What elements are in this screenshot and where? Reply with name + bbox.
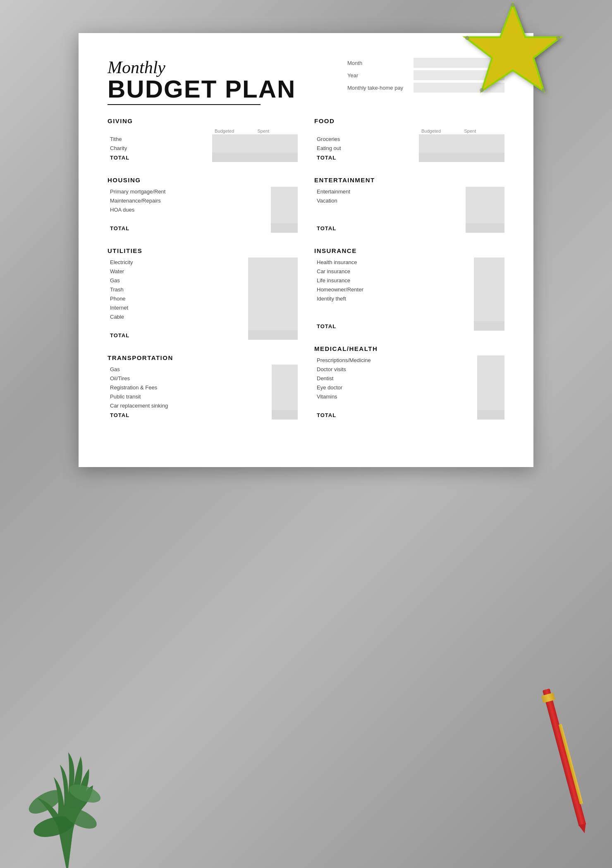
medical-total-budget[interactable] — [477, 410, 491, 420]
housing-total-budget[interactable] — [271, 223, 284, 233]
transport-public-budget[interactable] — [272, 392, 284, 401]
food-total-budget[interactable] — [419, 153, 462, 162]
giving-tithe-spent[interactable] — [255, 134, 298, 143]
utilities-trash-budget[interactable] — [248, 285, 273, 294]
entertainment-title: ENTERTAINMENT — [314, 176, 504, 184]
table-row: Tithe — [108, 134, 298, 143]
medical-prescriptions-budget[interactable] — [477, 355, 491, 365]
entertainment-total-spent[interactable] — [485, 223, 504, 233]
insurance-car-spent[interactable] — [489, 267, 504, 276]
utilities-empty-budget[interactable] — [248, 321, 273, 330]
food-eating-budget[interactable] — [419, 143, 462, 153]
utilities-phone-spent[interactable] — [273, 294, 298, 303]
utilities-cable-spent[interactable] — [273, 312, 298, 321]
housing-maintenance-budget[interactable] — [271, 196, 284, 205]
utilities-water-spent[interactable] — [273, 267, 298, 276]
utilities-water-budget[interactable] — [248, 267, 273, 276]
transport-reg-spent[interactable] — [285, 383, 298, 392]
star-decoration — [455, 0, 587, 116]
housing-mortgage-budget[interactable] — [271, 187, 284, 196]
table-row: Water — [108, 267, 298, 276]
utilities-internet-budget[interactable] — [248, 303, 273, 312]
table-row: Doctor visits — [314, 365, 504, 374]
transport-oil-budget[interactable] — [272, 374, 284, 383]
utilities-trash-spent[interactable] — [273, 285, 298, 294]
transport-gas-spent[interactable] — [285, 365, 298, 374]
month-label: Month — [347, 60, 414, 66]
entertainment-total-label: TOTAL — [314, 223, 466, 233]
utilities-gas-spent[interactable] — [273, 276, 298, 285]
giving-col-budget: Budgeted — [212, 128, 255, 134]
housing-hoa-spent[interactable] — [284, 205, 298, 214]
housing-maintenance-spent[interactable] — [284, 196, 298, 205]
insurance-life: Life insurance — [314, 276, 474, 285]
transport-oil-spent[interactable] — [285, 374, 298, 383]
transport-public-spent[interactable] — [285, 392, 298, 401]
utilities-total-spent[interactable] — [273, 330, 298, 340]
transport-gas-budget[interactable] — [272, 365, 284, 374]
insurance-total-spent[interactable] — [489, 321, 504, 331]
housing-empty-spent[interactable] — [284, 214, 298, 223]
section-utilities: UTILITIES Electricity Water — [108, 247, 298, 340]
transportation-total-label: TOTAL — [108, 410, 272, 420]
medical-dentist: Dentist — [314, 374, 477, 383]
utilities-cable-budget[interactable] — [248, 312, 273, 321]
housing-hoa-budget[interactable] — [271, 205, 284, 214]
giving-total-spent[interactable] — [255, 153, 298, 162]
housing-empty-budget[interactable] — [271, 214, 284, 223]
utilities-electricity-budget[interactable] — [248, 258, 273, 267]
utilities-empty-spent[interactable] — [273, 321, 298, 330]
medical-vitamins-spent[interactable] — [491, 392, 504, 401]
insurance-homeowner-budget[interactable] — [474, 285, 489, 294]
insurance-life-spent[interactable] — [489, 276, 504, 285]
entertainment-total-budget[interactable] — [466, 223, 485, 233]
transportation-total-spent[interactable] — [285, 410, 298, 420]
giving-charity-budget[interactable] — [212, 143, 255, 153]
medical-dentist-spent[interactable] — [491, 374, 504, 383]
entertainment-vacation-budget[interactable] — [466, 196, 485, 205]
giving-row-tithe: Tithe — [108, 134, 212, 143]
utilities-internet-spent[interactable] — [273, 303, 298, 312]
entertainment-item-budget[interactable] — [466, 187, 485, 196]
insurance-identity-spent[interactable] — [489, 294, 504, 303]
food-total-spent[interactable] — [462, 153, 505, 162]
medical-vitamins-budget[interactable] — [477, 392, 491, 401]
transportation-total-budget[interactable] — [272, 410, 284, 420]
utilities-gas-budget[interactable] — [248, 276, 273, 285]
medical-doctor-spent[interactable] — [491, 365, 504, 374]
insurance-car-budget[interactable] — [474, 267, 489, 276]
medical-prescriptions-spent[interactable] — [491, 355, 504, 365]
utilities-electricity-spent[interactable] — [273, 258, 298, 267]
food-groceries-spent[interactable] — [462, 134, 505, 143]
entertainment-vacation-spent[interactable] — [485, 196, 504, 205]
medical-eye-budget[interactable] — [477, 383, 491, 392]
medical-eye-spent[interactable] — [491, 383, 504, 392]
entertainment-item-spent[interactable] — [485, 187, 504, 196]
transport-car-budget[interactable] — [272, 401, 284, 410]
insurance-health-budget[interactable] — [474, 258, 489, 267]
utilities-phone-budget[interactable] — [248, 294, 273, 303]
medical-doctor-budget[interactable] — [477, 365, 491, 374]
insurance-total-budget[interactable] — [474, 321, 489, 331]
table-row: Life insurance — [314, 276, 504, 285]
utilities-total-budget[interactable] — [248, 330, 273, 340]
transport-reg-budget[interactable] — [272, 383, 284, 392]
table-row: Charity — [108, 143, 298, 153]
giving-charity-spent[interactable] — [255, 143, 298, 153]
housing-mortgage-spent[interactable] — [284, 187, 298, 196]
transport-car-spent[interactable] — [285, 401, 298, 410]
food-eating-spent[interactable] — [462, 143, 505, 153]
insurance-health-spent[interactable] — [489, 258, 504, 267]
giving-total-budget[interactable] — [212, 153, 255, 162]
table-row: HOA dues — [108, 205, 298, 214]
table-row: Primary mortgage/Rent — [108, 187, 298, 196]
giving-tithe-budget[interactable] — [212, 134, 255, 143]
housing-total-spent[interactable] — [284, 223, 298, 233]
food-groceries-budget[interactable] — [419, 134, 462, 143]
medical-dentist-budget[interactable] — [477, 374, 491, 383]
food-eating-out: Eating out — [314, 143, 419, 153]
insurance-identity-budget[interactable] — [474, 294, 489, 303]
insurance-homeowner-spent[interactable] — [489, 285, 504, 294]
medical-total-spent[interactable] — [491, 410, 504, 420]
insurance-life-budget[interactable] — [474, 276, 489, 285]
